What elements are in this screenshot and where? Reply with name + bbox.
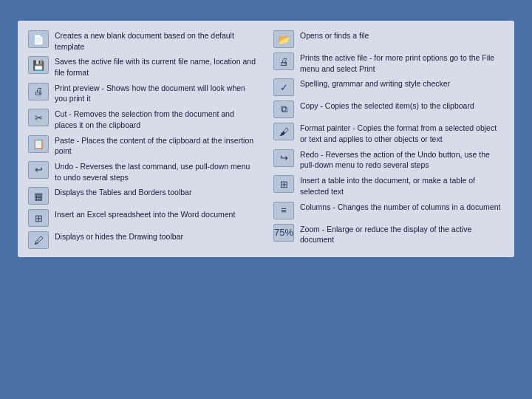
- paste-icon: 📋: [28, 135, 49, 153]
- drawing-toolbar-icon: 🖊: [28, 231, 49, 249]
- redo-icon: ↪: [273, 149, 294, 167]
- undo-icon: ↩: [28, 161, 49, 179]
- list-item: 🖨Prints the active file - for more print…: [273, 50, 504, 76]
- list-item: ↩Undo - Reverses the last command, use p…: [28, 159, 259, 185]
- list-item: 🖌Format painter - Copies the format from…: [273, 120, 504, 146]
- open-icon: 📂: [273, 30, 294, 48]
- list-item: ⊞Insert a table into the document, or ma…: [273, 173, 504, 199]
- item-description: Spelling, grammar and writing style chec…: [300, 78, 450, 89]
- insert-excel-icon: ⊞: [28, 209, 49, 227]
- item-description: Redo - Reverses the action of the Undo b…: [300, 149, 504, 171]
- columns-icon: ≡: [273, 202, 294, 219]
- format-painter-icon: 🖌: [273, 123, 294, 140]
- item-description: Paste - Places the content of the clipbo…: [55, 135, 259, 157]
- item-description: Columns - Changes the number of columns …: [300, 202, 500, 213]
- list-item: 🖊Displays or hides the Drawing toolbar: [28, 229, 259, 251]
- page: 📄Creates a new blank document based on t…: [0, 0, 532, 399]
- list-item: 📋Paste - Places the content of the clipb…: [28, 133, 259, 159]
- item-description: Insert an Excel spreadsheet into the Wor…: [55, 209, 235, 220]
- left-column: 📄Creates a new blank document based on t…: [28, 28, 259, 251]
- tables-borders-icon: ▦: [28, 187, 49, 205]
- spelling-icon: ✓: [273, 78, 294, 96]
- list-item: ≡Columns - Changes the number of columns…: [273, 200, 504, 222]
- save-icon: 💾: [28, 56, 49, 74]
- right-column: 📂Opens or finds a file🖨Prints the active…: [273, 28, 504, 251]
- item-description: Opens or finds a file: [300, 30, 369, 41]
- item-description: Print preview - Shows how the document w…: [55, 83, 259, 104]
- list-item: 💾Saves the active file with its current …: [28, 54, 259, 80]
- print-preview-icon: 🖨: [28, 83, 49, 100]
- item-description: Undo - Reverses the last command, use pu…: [55, 161, 259, 183]
- zoom-icon: 75%: [273, 224, 294, 242]
- list-item: ⊞Insert an Excel spreadsheet into the Wo…: [28, 207, 259, 229]
- insert-table-icon: ⊞: [273, 175, 294, 193]
- print-icon: 🖨: [273, 52, 294, 70]
- list-item: ✓Spelling, grammar and writing style che…: [273, 76, 504, 98]
- list-item: ↪Redo - Reverses the action of the Undo …: [273, 147, 504, 173]
- list-item: 📄Creates a new blank document based on t…: [28, 28, 259, 54]
- list-item: 📂Opens or finds a file: [273, 28, 504, 50]
- item-description: Insert a table into the document, or mak…: [300, 175, 504, 197]
- item-description: Creates a new blank document based on th…: [55, 30, 259, 52]
- list-item: ✂Cut - Removes the selection from the do…: [28, 106, 259, 132]
- list-item: 🖨Print preview - Shows how the document …: [28, 81, 259, 106]
- copy-icon: ⧉: [273, 100, 294, 118]
- item-description: Zoom - Enlarge or reduce the display of …: [300, 224, 504, 245]
- new-document-icon: 📄: [28, 30, 49, 48]
- list-item: ⧉Copy - Copies the selected item(s) to t…: [273, 98, 504, 120]
- item-description: Displays the Tables and Borders toolbar: [55, 187, 191, 198]
- item-description: Copy - Copies the selected item(s) to th…: [300, 100, 474, 112]
- item-description: Format painter - Copies the format from …: [300, 123, 504, 144]
- content-area: 📄Creates a new blank document based on t…: [18, 21, 514, 257]
- item-description: Prints the active file - for more print …: [300, 52, 504, 74]
- item-description: Displays or hides the Drawing toolbar: [55, 231, 183, 242]
- item-description: Saves the active file with its current f…: [55, 56, 259, 78]
- cut-icon: ✂: [28, 109, 49, 126]
- list-item: ▦Displays the Tables and Borders toolbar: [28, 185, 259, 207]
- list-item: 75%Zoom - Enlarge or reduce the display …: [273, 222, 504, 248]
- item-description: Cut - Removes the selection from the doc…: [55, 109, 259, 130]
